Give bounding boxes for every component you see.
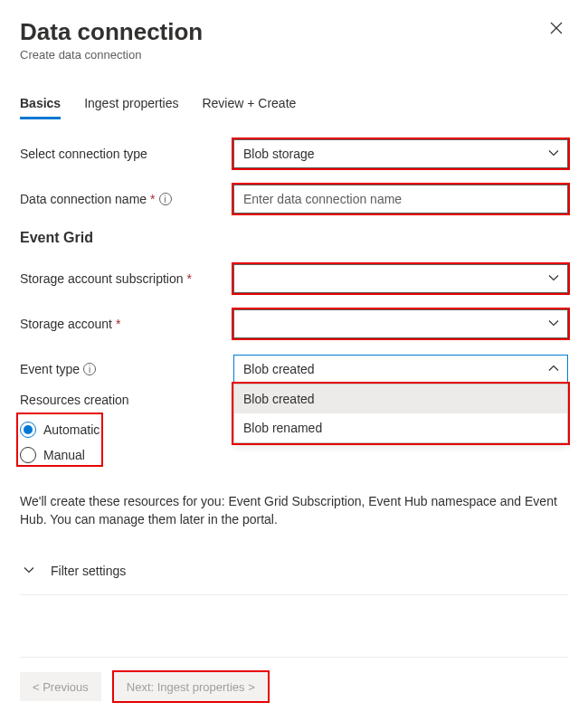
filter-settings-label: Filter settings bbox=[51, 564, 126, 578]
event-type-select[interactable]: Blob created bbox=[233, 355, 568, 384]
required-asterisk: * bbox=[187, 271, 192, 286]
page-title: Data connection bbox=[20, 18, 203, 46]
close-button[interactable] bbox=[545, 18, 568, 41]
event-type-value: Blob created bbox=[243, 362, 315, 376]
storage-account-label-text: Storage account bbox=[20, 317, 112, 331]
subscription-label-text: Storage account subscription bbox=[20, 271, 184, 286]
radio-manual[interactable]: Manual bbox=[20, 447, 100, 463]
event-grid-heading: Event Grid bbox=[20, 230, 568, 246]
event-type-option[interactable]: Blob created bbox=[234, 384, 567, 413]
tab-basics[interactable]: Basics bbox=[20, 90, 61, 119]
chevron-down-icon bbox=[548, 317, 559, 331]
chevron-down-icon bbox=[548, 271, 559, 286]
radio-automatic[interactable]: Automatic bbox=[20, 422, 100, 438]
connection-type-value: Blob storage bbox=[243, 147, 315, 161]
info-icon[interactable]: i bbox=[159, 193, 172, 205]
tab-review-create[interactable]: Review + Create bbox=[202, 90, 296, 119]
footer: < Previous Next: Ingest properties > bbox=[20, 657, 568, 701]
connection-name-label: Data connection name * i bbox=[20, 192, 233, 206]
radio-icon bbox=[20, 447, 36, 463]
subscription-select[interactable] bbox=[233, 264, 568, 293]
resources-creation-radios: Automatic Manual bbox=[16, 413, 103, 467]
connection-type-select[interactable]: Blob storage bbox=[233, 139, 568, 168]
radio-manual-label: Manual bbox=[43, 448, 85, 462]
tab-ingest-properties[interactable]: Ingest properties bbox=[84, 90, 178, 119]
connection-type-label: Select connection type bbox=[20, 147, 233, 161]
event-type-label: Event type i bbox=[20, 362, 233, 376]
event-type-option[interactable]: Blob renamed bbox=[234, 413, 567, 442]
radio-automatic-label: Automatic bbox=[43, 422, 100, 437]
subscription-label: Storage account subscription * bbox=[20, 271, 233, 286]
info-icon[interactable]: i bbox=[83, 363, 96, 375]
next-button[interactable]: Next: Ingest properties > bbox=[114, 672, 268, 701]
storage-account-select[interactable] bbox=[233, 309, 568, 338]
resources-note: We'll create these resources for you: Ev… bbox=[20, 492, 568, 529]
event-type-label-text: Event type bbox=[20, 362, 80, 376]
filter-settings-toggle[interactable]: Filter settings bbox=[20, 555, 568, 595]
previous-button[interactable]: < Previous bbox=[20, 672, 101, 701]
required-asterisk: * bbox=[150, 192, 155, 206]
resources-creation-label: Resources creation bbox=[20, 393, 233, 407]
connection-name-input[interactable] bbox=[233, 185, 568, 213]
storage-account-label: Storage account * bbox=[20, 317, 233, 331]
page-subtitle: Create data connection bbox=[20, 48, 203, 62]
radio-icon bbox=[20, 422, 36, 438]
chevron-down-icon bbox=[548, 147, 559, 161]
connection-name-label-text: Data connection name bbox=[20, 192, 147, 206]
chevron-up-icon bbox=[548, 362, 559, 376]
required-asterisk: * bbox=[116, 317, 120, 331]
chevron-down-icon bbox=[24, 564, 34, 578]
tabs: Basics Ingest properties Review + Create bbox=[20, 90, 568, 119]
close-icon bbox=[550, 22, 563, 34]
event-type-dropdown: Blob created Blob renamed bbox=[233, 384, 568, 443]
